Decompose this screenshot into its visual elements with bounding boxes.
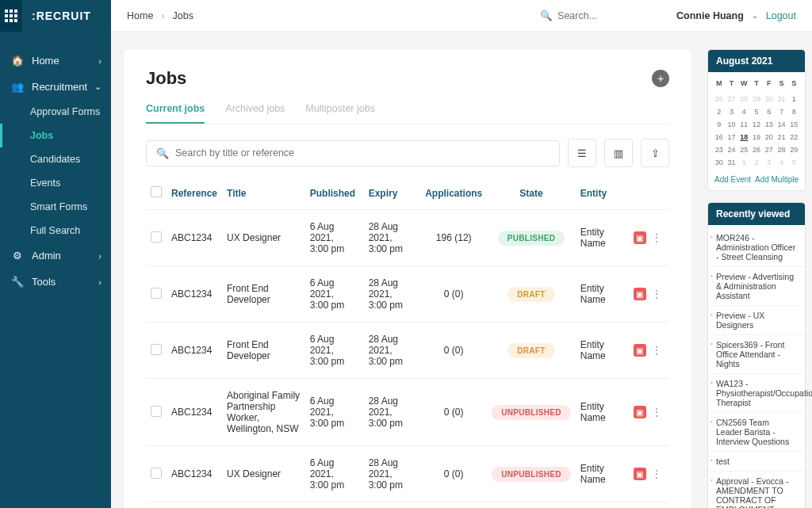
row-action-icon[interactable]: ▣ [634, 344, 646, 357]
sub-full-search[interactable]: Full Search [0, 219, 111, 243]
calendar-day[interactable]: 30 [763, 93, 776, 105]
calendar-day[interactable]: 8 [787, 105, 800, 118]
calendar-day[interactable]: 4 [737, 105, 750, 118]
calendar-day[interactable]: 3 [763, 156, 776, 169]
col-state[interactable]: State [487, 177, 576, 210]
recently-viewed-item[interactable]: test [708, 452, 805, 472]
calendar-day[interactable]: 12 [750, 118, 763, 131]
row-more-icon[interactable]: ⋮ [649, 407, 665, 418]
tab-multiposter-jobs[interactable]: Multiposter jobs [305, 103, 375, 124]
calendar-day[interactable]: 16 [713, 131, 726, 143]
recently-viewed-item[interactable]: CN2569 Team Leader Barista - Interview Q… [708, 413, 805, 452]
col-entity[interactable]: Entity [576, 177, 629, 210]
calendar-day[interactable]: 21 [776, 131, 788, 143]
row-more-icon[interactable]: ⋮ [649, 232, 665, 243]
calendar-day[interactable]: 24 [726, 143, 738, 156]
calendar-day[interactable]: 3 [726, 105, 738, 118]
calendar-day[interactable]: 7 [776, 105, 788, 118]
calendar-day[interactable]: 28 [776, 143, 788, 156]
table-row[interactable]: ABC1234UX Designer6 Aug 2021,3:00 pm28 A… [146, 210, 669, 266]
job-search-input[interactable] [175, 147, 550, 159]
sub-smart-forms[interactable]: Smart Forms [0, 195, 111, 219]
calendar-day[interactable]: 10 [726, 118, 738, 131]
calendar-day[interactable]: 2 [750, 156, 763, 169]
calendar-day[interactable]: 13 [763, 118, 776, 131]
tab-current-jobs[interactable]: Current jobs [146, 103, 205, 124]
select-all-checkbox[interactable] [151, 186, 162, 197]
recently-viewed-item[interactable]: Preview - Advertising & Administration A… [708, 267, 805, 306]
sub-candidates[interactable]: Candidates [0, 147, 111, 171]
recently-viewed-item[interactable]: Spicers369 - Front Office Attendant - Ni… [708, 335, 805, 374]
table-row[interactable]: ABC1234Front End Developer6 Aug 2021,3:0… [146, 266, 669, 323]
sub-jobs[interactable]: Jobs [0, 124, 111, 147]
job-search-box[interactable]: 🔍 [146, 140, 560, 166]
calendar-day[interactable]: 31 [726, 156, 738, 169]
calendar-day[interactable]: 6 [763, 105, 776, 118]
breadcrumb-home[interactable]: Home [127, 10, 153, 21]
col-reference[interactable]: Reference [167, 177, 222, 210]
nav-recruitment[interactable]: 👥 Recruitment ⌄ [0, 74, 111, 100]
nav-admin[interactable]: ⚙ Admin › [0, 243, 111, 269]
global-search-input[interactable] [557, 10, 653, 21]
calendar-day[interactable]: 28 [737, 93, 750, 105]
global-search[interactable]: 🔍 [540, 10, 653, 21]
row-checkbox[interactable] [151, 468, 162, 479]
calendar-day[interactable]: 1 [787, 93, 800, 105]
calendar-day[interactable]: 1 [737, 156, 750, 169]
sub-approval-forms[interactable]: Approval Forms [0, 100, 111, 124]
calendar-day[interactable]: 22 [787, 131, 800, 143]
calendar-add-event[interactable]: Add Event [714, 175, 751, 184]
row-checkbox[interactable] [151, 288, 162, 299]
sort-button[interactable]: ☰ [568, 139, 596, 167]
col-published[interactable]: Published [305, 177, 364, 210]
export-button[interactable]: ⇪ [641, 139, 669, 167]
chevron-down-icon[interactable]: ⌄ [752, 11, 758, 20]
row-more-icon[interactable]: ⋮ [649, 345, 665, 356]
calendar-day[interactable]: 31 [776, 93, 788, 105]
table-row[interactable]: ABC1234Front End Developer6 Aug 2021,3:0… [146, 323, 669, 379]
calendar-day[interactable]: 29 [787, 143, 800, 156]
row-action-icon[interactable]: ▣ [634, 468, 646, 480]
row-checkbox[interactable] [151, 406, 162, 417]
table-row[interactable]: ABC1234UX Designer6 Aug 2021,3:00 pm28 A… [146, 446, 669, 502]
col-expiry[interactable]: Expiry [364, 177, 421, 210]
user-name[interactable]: Connie Huang [676, 10, 744, 21]
calendar-day[interactable]: 26 [713, 93, 726, 105]
row-checkbox[interactable] [151, 231, 162, 243]
recently-viewed-item[interactable]: MOR246 - Administration Officer - Street… [708, 228, 805, 267]
row-action-icon[interactable]: ▣ [634, 288, 646, 300]
calendar-day[interactable]: 17 [726, 131, 738, 143]
row-checkbox[interactable] [151, 344, 162, 355]
sub-events[interactable]: Events [0, 171, 111, 195]
table-row[interactable]: ABC1234Aboriginal Family Partnership Wor… [146, 379, 669, 446]
col-applications[interactable]: Applications [420, 177, 487, 210]
calendar-day[interactable]: 5 [750, 105, 763, 118]
col-title[interactable]: Title [222, 177, 305, 210]
columns-button[interactable]: ▥ [604, 139, 633, 167]
nav-home[interactable]: 🏠 Home › [0, 48, 111, 74]
calendar-day[interactable]: 23 [713, 143, 726, 156]
nav-tools[interactable]: 🔧 Tools › [0, 269, 111, 295]
calendar-add-multiple[interactable]: Add Multiple [755, 175, 799, 184]
row-more-icon[interactable]: ⋮ [649, 468, 665, 479]
tab-archived-jobs[interactable]: Archived jobs [225, 103, 285, 124]
calendar-day[interactable]: 18 [737, 131, 750, 143]
calendar-day[interactable]: 27 [726, 93, 738, 105]
calendar-day[interactable]: 19 [750, 131, 763, 143]
recently-viewed-item[interactable]: WA123 - Physiotherapist/Occupational The… [708, 374, 805, 413]
calendar-day[interactable]: 9 [713, 118, 726, 131]
calendar-day[interactable]: 2 [713, 105, 726, 118]
calendar-day[interactable]: 11 [737, 118, 750, 131]
calendar-day[interactable]: 14 [776, 118, 788, 131]
calendar-day[interactable]: 25 [737, 143, 750, 156]
calendar-day[interactable]: 4 [776, 156, 788, 169]
row-more-icon[interactable]: ⋮ [649, 288, 665, 300]
calendar-day[interactable]: 20 [763, 131, 776, 143]
add-job-button[interactable]: + [652, 70, 669, 87]
calendar-day[interactable]: 26 [750, 143, 763, 156]
logout-link[interactable]: Logout [766, 10, 796, 21]
calendar-day[interactable]: 30 [713, 156, 726, 169]
recently-viewed-item[interactable]: Approval - Evocca - AMENDMENT TO CONTRAC… [708, 472, 805, 508]
calendar-day[interactable]: 15 [787, 118, 800, 131]
calendar-day[interactable]: 5 [787, 156, 800, 169]
